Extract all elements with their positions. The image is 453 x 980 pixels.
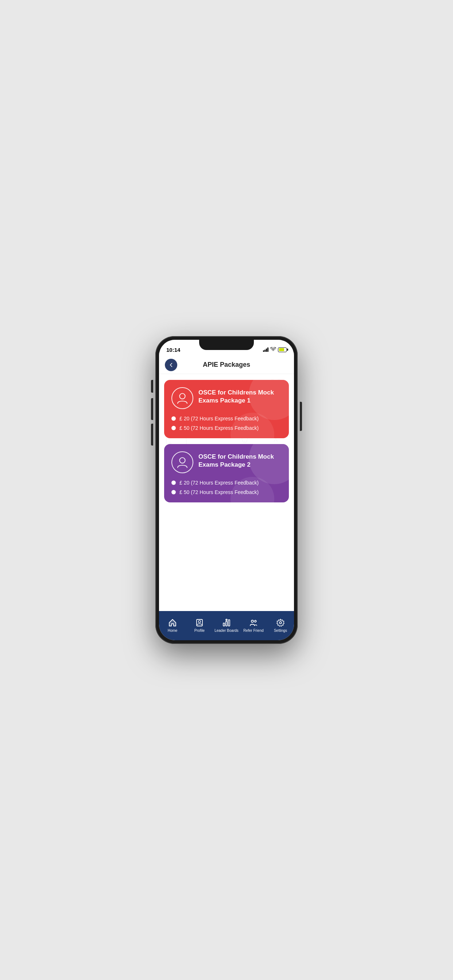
status-time: 10:14 xyxy=(166,347,180,353)
package-card-2[interactable]: OSCE for Childrens Mock Exams Package 2 … xyxy=(164,444,289,503)
refer-icon xyxy=(249,618,258,627)
card-1-avatar xyxy=(171,387,193,409)
option-dot xyxy=(171,426,176,430)
nav-item-settings[interactable]: Settings xyxy=(267,616,294,633)
svg-rect-35 xyxy=(223,623,225,626)
card-2-avatar xyxy=(171,451,193,473)
back-button[interactable] xyxy=(165,359,177,371)
content-wrapper: OSCE for Childrens Mock Exams Package 1 … xyxy=(159,374,294,514)
nav-home-label: Home xyxy=(168,628,178,633)
main-content: OSCE for Childrens Mock Exams Package 1 … xyxy=(159,374,294,611)
option-dot xyxy=(171,480,176,485)
leaderboards-icon xyxy=(222,618,231,627)
option-dot xyxy=(171,416,176,421)
svg-point-39 xyxy=(251,620,254,622)
nav-leaderboards-label: Leader Boards xyxy=(214,628,239,633)
phone-screen: 10:14 xyxy=(159,340,294,640)
nav-item-refer[interactable]: Refer Friend xyxy=(240,616,267,633)
svg-point-32 xyxy=(179,458,185,463)
home-icon xyxy=(168,618,177,627)
settings-icon xyxy=(276,618,285,627)
svg-point-31 xyxy=(179,393,185,399)
svg-point-34 xyxy=(198,620,201,623)
battery-icon xyxy=(278,347,287,352)
nav-item-profile[interactable]: Profile xyxy=(186,616,213,633)
package-card-1[interactable]: OSCE for Childrens Mock Exams Package 1 … xyxy=(164,380,289,438)
nav-item-leaderboards[interactable]: Leader Boards xyxy=(213,616,240,633)
page-title: APIE Packages xyxy=(203,361,250,369)
wifi-icon xyxy=(270,347,276,353)
nav-settings-label: Settings xyxy=(274,628,287,633)
notch xyxy=(199,340,254,350)
header: APIE Packages xyxy=(159,356,294,374)
status-icons xyxy=(263,347,287,353)
option-dot xyxy=(171,490,176,495)
nav-profile-label: Profile xyxy=(195,628,205,633)
svg-rect-36 xyxy=(226,621,227,626)
nav-refer-label: Refer Friend xyxy=(243,628,264,633)
svg-rect-37 xyxy=(228,620,230,626)
signal-icon xyxy=(263,347,268,352)
phone-frame: 10:14 xyxy=(155,336,298,644)
bottom-nav: Home Profile xyxy=(159,611,294,640)
nav-item-home[interactable]: Home xyxy=(159,616,186,633)
profile-icon xyxy=(195,618,204,627)
svg-point-41 xyxy=(279,622,282,624)
